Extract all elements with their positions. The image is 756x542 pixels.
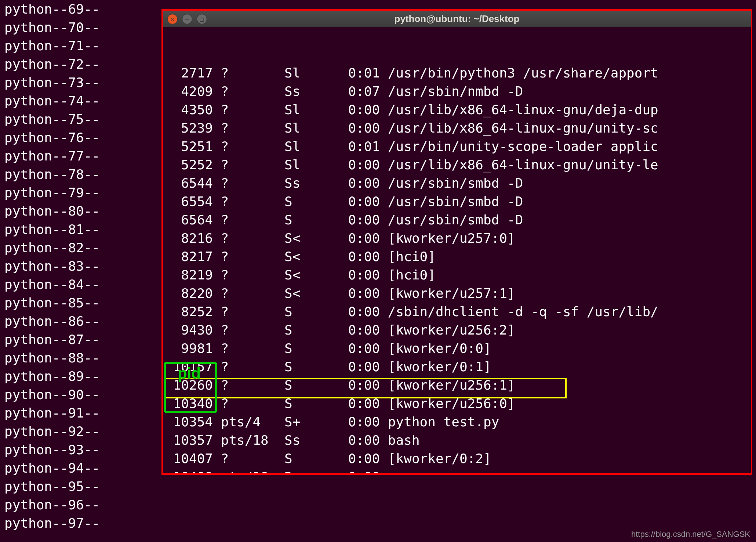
ps-row: 10260 ? S 0:00 [kworker/u256:1] (165, 376, 749, 394)
background-line: python--84-- (4, 275, 100, 294)
background-line: python--75-- (4, 110, 100, 129)
ps-row: 10354 pts/4 S+ 0:00 python test.py (165, 413, 749, 431)
ps-row: 10357 pts/18 Ss 0:00 bash (165, 431, 749, 449)
ps-row: 9430 ? S 0:00 [kworker/u256:2] (165, 321, 749, 339)
ps-row: 10157 ? S 0:00 [kworker/0:1] (165, 358, 749, 376)
terminal-window: × – □ python@ubuntu: ~/Desktop 2717 ? Sl… (161, 9, 752, 475)
background-line: python--83-- (4, 257, 100, 275)
ps-row: 5251 ? Sl 0:01 /usr/bin/unity-scope-load… (165, 137, 749, 156)
background-line: python--72-- (4, 55, 100, 73)
background-line: python--88-- (4, 349, 100, 367)
background-line: python--73-- (4, 73, 100, 92)
background-line: python--69-- (4, 0, 100, 18)
background-line: python--86-- (4, 312, 100, 330)
background-line: python--74-- (4, 92, 100, 110)
ps-row: 2717 ? Sl 0:01 /usr/bin/python3 /usr/sha… (165, 64, 749, 82)
minimize-icon[interactable]: – (182, 14, 192, 24)
ps-row: 10409 pts/18 R+ 0:00 ps -ax (165, 468, 749, 475)
ps-row: 8252 ? S 0:00 /sbin/dhclient -d -q -sf /… (165, 303, 749, 321)
ps-row: 5252 ? Sl 0:00 /usr/lib/x86_64-linux-gnu… (165, 156, 749, 174)
terminal-body[interactable]: 2717 ? Sl 0:01 /usr/bin/python3 /usr/sha… (163, 27, 751, 475)
ps-row: 8216 ? S< 0:00 [kworker/u257:0] (165, 229, 749, 247)
background-line: python--70-- (4, 18, 100, 37)
window-title: python@ubuntu: ~/Desktop (163, 13, 751, 25)
ps-row: 5239 ? Sl 0:00 /usr/lib/x86_64-linux-gnu… (165, 119, 749, 137)
ps-row: 9981 ? S 0:00 [kworker/0:0] (165, 339, 749, 358)
background-line: python--80-- (4, 202, 100, 220)
background-line: python--89-- (4, 367, 100, 386)
background-line: python--85-- (4, 294, 100, 312)
ps-row: 8219 ? S< 0:00 [hci0] (165, 266, 749, 284)
background-line: python--81-- (4, 220, 100, 239)
background-line: python--96-- (4, 496, 100, 514)
background-line: python--94-- (4, 459, 100, 477)
background-line: python--76-- (4, 129, 100, 147)
ps-row: 6564 ? S 0:00 /usr/sbin/smbd -D (165, 211, 749, 229)
background-line: python--95-- (4, 477, 100, 496)
background-line: python--97-- (4, 514, 100, 532)
background-line: python--77-- (4, 147, 100, 165)
ps-row: 10407 ? S 0:00 [kworker/0:2] (165, 449, 749, 468)
background-terminal[interactable]: python--69--python--70--python--71--pyth… (0, 0, 104, 542)
ps-row: 8220 ? S< 0:00 [kworker/u257:1] (165, 284, 749, 303)
background-line: python--79-- (4, 184, 100, 202)
ps-row: 8217 ? S< 0:00 [hci0] (165, 247, 749, 266)
background-line: python--78-- (4, 165, 100, 184)
ps-row: 4209 ? Ss 0:07 /usr/sbin/nmbd -D (165, 82, 749, 101)
close-icon[interactable]: × (167, 14, 178, 24)
ps-row: 6554 ? S 0:00 /usr/sbin/smbd -D (165, 192, 749, 211)
background-line: python--91-- (4, 404, 100, 422)
pid-label: pid (178, 364, 201, 383)
ps-row: 4350 ? Sl 0:00 /usr/lib/x86_64-linux-gnu… (165, 101, 749, 119)
background-line: python--92-- (4, 422, 100, 441)
window-titlebar[interactable]: × – □ python@ubuntu: ~/Desktop (163, 11, 751, 27)
background-line: python--71-- (4, 37, 100, 55)
background-line: python--90-- (4, 386, 100, 404)
background-line: python--93-- (4, 441, 100, 459)
ps-row: 6544 ? Ss 0:00 /usr/sbin/smbd -D (165, 174, 749, 192)
background-line: python--82-- (4, 239, 100, 257)
ps-row: 10340 ? S 0:00 [kworker/u256:0] (165, 394, 749, 413)
watermark: https://blog.csdn.net/G_SANGSK (631, 530, 750, 539)
background-line: python--87-- (4, 330, 100, 349)
maximize-icon[interactable]: □ (197, 14, 207, 24)
